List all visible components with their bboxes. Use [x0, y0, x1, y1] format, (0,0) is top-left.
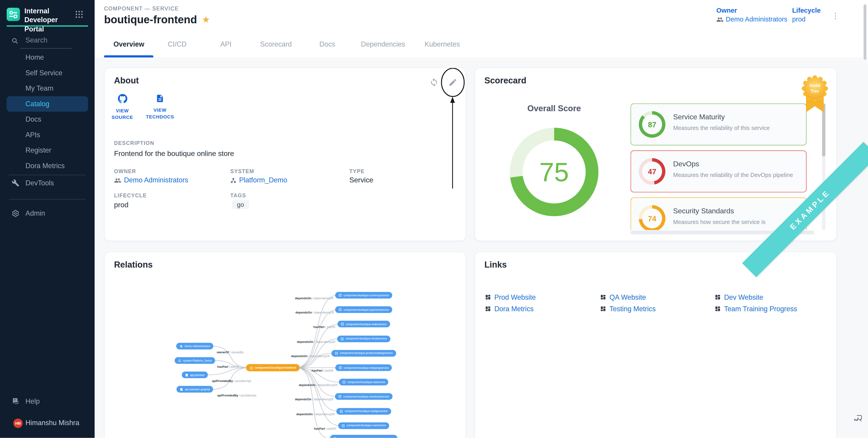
gold-tier-badge: Gold Tier [798, 73, 832, 115]
tab-kubernetes[interactable]: Kubernetes [425, 40, 460, 48]
graph-edge-label: dependsOn / dependencyOf [297, 412, 335, 416]
entity-header: COMPONENT — SERVICE boutique-frontend ★ … [95, 0, 868, 32]
tags-field-label: TAGS [230, 192, 246, 198]
sidebar-divider [9, 199, 86, 200]
search-label: Search [26, 36, 48, 44]
tab-api[interactable]: API [220, 40, 231, 48]
component-icon [341, 337, 344, 340]
sidebar-search[interactable]: Search [6, 33, 88, 49]
graph-node-component-boutique-cartservice[interactable]: component:boutique-cartservice [338, 423, 389, 429]
graph-node-component-boutique-adservice[interactable]: component:boutique-adservice [339, 379, 389, 385]
graph-node-component-boutique-emailservice[interactable]: component:boutique-emailservice [337, 335, 390, 342]
sidebar-item-self-service[interactable]: Self Service [6, 65, 88, 81]
sidebar-item-admin[interactable]: Admin [6, 206, 88, 221]
chat-bubbles-icon[interactable] [853, 413, 863, 424]
app-window: Internal Developer Portal Search HomeSel… [0, 0, 868, 438]
tab-scorecard[interactable]: Scorecard [260, 40, 292, 48]
sidebar-item-catalog[interactable]: Catalog [6, 96, 88, 112]
refresh-button[interactable] [430, 78, 438, 87]
type-field-value: Service [349, 176, 373, 184]
scorecard-title: Scorecard [485, 76, 527, 86]
graph-node-demo-administrators[interactable]: Demo Administrators [176, 343, 214, 349]
overall-score-gauge: 75 [510, 128, 598, 216]
edit-pencil-button[interactable] [448, 78, 457, 87]
view-source-button[interactable]: VIEW SOURCE [107, 94, 138, 121]
dashboard-icon [485, 294, 491, 300]
graph-edge-label: hasPart / partOf [312, 369, 333, 372]
sidebar-item-my-team[interactable]: My Team [6, 81, 88, 96]
tab-docs[interactable]: Docs [319, 40, 335, 48]
favorite-star-icon[interactable]: ★ [202, 15, 210, 24]
tab-dependencies[interactable]: Dependencies [361, 40, 405, 48]
graph-edge-label: dependsOn / dependencyOf [295, 296, 333, 300]
tab-ci-cd[interactable]: CI/CD [168, 40, 186, 48]
component-icon [341, 424, 345, 427]
component-icon [250, 366, 253, 370]
owner-label: Owner [716, 6, 737, 14]
graph-node-component-boutique-shippingservice[interactable]: component:boutique-shippingservice [335, 364, 392, 371]
graph-node-component-boutique-loadgenerator[interactable]: component:boutique-loadgenerator [336, 408, 391, 414]
score-name: Service Maturity [673, 113, 725, 121]
graph-node-partial[interactable] [330, 435, 397, 438]
link-dev-website[interactable]: Dev Website [715, 291, 797, 303]
graph-edge-label: hasPart / partOf [313, 325, 335, 329]
view-techdocs-button[interactable]: VIEW TECHDOCS [141, 94, 179, 121]
link-qa-website[interactable]: QA Website [600, 291, 715, 303]
tab-overview[interactable]: Overview [114, 40, 144, 48]
sidebar-item-dora-metrics[interactable]: Dora Metrics [6, 158, 88, 174]
graph-node-component-boutique-frontend[interactable]: component:boutique-frontend [246, 364, 300, 371]
brand-divider [6, 26, 88, 27]
search-underline [20, 48, 72, 48]
devtools-label: DevTools [26, 179, 54, 187]
sidebar-user[interactable]: HM Himanshu Mishra [6, 415, 88, 431]
page-scrollbar-thumb[interactable] [864, 4, 866, 60]
system-field-link[interactable]: Platform_Demo [230, 176, 287, 184]
help-chat-icon: ? [11, 398, 19, 405]
about-title: About [114, 76, 139, 86]
score-name: Security Standards [673, 207, 734, 215]
sidebar-item-register[interactable]: Register [6, 143, 88, 158]
graph-node-component-boutique-paymentservice[interactable]: component:boutique-paymentservice [335, 306, 392, 313]
sidebar-item-help[interactable]: ? Help [6, 394, 88, 409]
owner-link[interactable]: Demo Administrators [716, 15, 787, 23]
graph-edge-label: apiProvidedBy / providesApi [217, 394, 256, 397]
scorecard-card: Scorecard Gold Tier Overall Score 75 87S… [474, 67, 837, 241]
lifecycle-field-label: LIFECYCLE [114, 192, 147, 198]
sidebar-nav: HomeSelf ServiceMy TeamCatalogDocsAPIsRe… [0, 50, 95, 174]
scorecard-vertical-scrollbar[interactable] [822, 103, 826, 230]
wrench-icon [11, 179, 19, 187]
admin-label: Admin [26, 209, 45, 217]
sidebar-item-docs[interactable]: Docs [6, 112, 88, 127]
link-testing-metrics[interactable]: Testing Metrics [600, 303, 715, 314]
graph-node-component-boutique-redisservice[interactable]: component:boutique-redisservice [338, 321, 390, 328]
gear-icon [11, 209, 19, 217]
link-dora-metrics[interactable]: Dora Metrics [485, 303, 600, 314]
sidebar-item-devtools[interactable]: DevTools [6, 175, 88, 191]
graph-node-component-boutique-currencyservice[interactable]: component:boutique-currencyservice [335, 292, 392, 299]
links-title: Links [485, 260, 507, 270]
score-ring: 47 [639, 158, 665, 184]
apps-grid-icon[interactable] [75, 10, 83, 18]
lifecycle-label: Lifecycle [792, 6, 821, 14]
score-item-service-maturity[interactable]: 87Service MaturityMeasures the reliabili… [630, 103, 806, 145]
graph-node-api-starwars-graphql[interactable]: api:starwars-graphql [177, 386, 213, 393]
description-label: DESCRIPTION [114, 140, 154, 146]
graph-node-component-boutique-productcatalogservice[interactable]: component:boutique-productcatalogservice [332, 350, 396, 357]
more-menu-icon[interactable] [832, 10, 839, 22]
graph-node-system-platform-demo[interactable]: system:Platform_Demo [175, 357, 215, 364]
score-item-devops[interactable]: 47DevOpsMeasures the reliability of the … [630, 150, 806, 192]
component-icon [338, 395, 342, 399]
tag-chip[interactable]: go [232, 200, 249, 209]
sidebar-item-home[interactable]: Home [6, 50, 88, 65]
owner-field-link[interactable]: Demo Administrators [114, 176, 188, 184]
user-name: Himanshu Mishra [26, 419, 80, 427]
active-tab-underline [104, 55, 153, 58]
graph-edge-label: dependsOn / dependencyOf [299, 383, 337, 387]
link-prod-website[interactable]: Prod Website [485, 291, 600, 303]
sidebar-item-apis[interactable]: APIs [6, 127, 88, 143]
system-icon [178, 359, 182, 362]
graph-node-component-boutique-checkoutservice[interactable]: component:boutique-checkoutservice [335, 393, 392, 400]
link-team-training-progress[interactable]: Team Training Progress [715, 303, 797, 314]
graph-node-api-petstore[interactable]: api:petstore [182, 372, 208, 378]
component-icon [339, 294, 342, 297]
